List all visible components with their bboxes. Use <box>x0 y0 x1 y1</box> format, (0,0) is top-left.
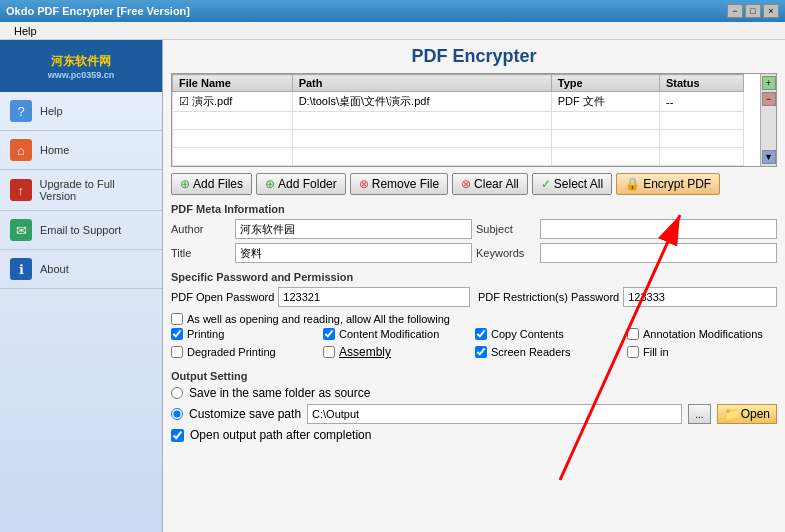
password-grid: PDF Open Password PDF Restriction(s) Pas… <box>171 287 777 307</box>
allow-all-checkbox[interactable] <box>171 313 183 325</box>
meta-section-title: PDF Meta Information <box>171 203 777 215</box>
encrypt-icon: 🔒 <box>625 177 640 191</box>
scroll-down-button[interactable]: ▼ <box>762 150 776 164</box>
col-type: Type <box>551 75 659 92</box>
printing-checkbox[interactable] <box>171 328 183 340</box>
table-scrollbar: + − ▼ <box>760 74 776 166</box>
password-section-title: Specific Password and Permission <box>171 271 777 283</box>
degraded-label: Degraded Printing <box>187 346 276 358</box>
annotation-mod-row: Annotation Modifications <box>627 328 777 340</box>
remove-file-button[interactable]: ⊗ Remove File <box>350 173 448 195</box>
file-table-scroll: File Name Path Type Status ☑ 演示.pdf D:\t… <box>172 74 776 166</box>
about-icon: ℹ <box>10 258 32 280</box>
open-label: Open <box>741 407 770 421</box>
table-row[interactable]: ☑ 演示.pdf D:\tools\桌面\文件\演示.pdf PDF 文件 -- <box>173 92 744 112</box>
restriction-password-input[interactable] <box>623 287 777 307</box>
fill-in-row: Fill in <box>627 345 777 359</box>
keywords-label: Keywords <box>476 247 536 259</box>
add-folder-button[interactable]: ⊕ Add Folder <box>256 173 346 195</box>
logo-line2: www.pc0359.cn <box>48 70 115 80</box>
screen-readers-checkbox[interactable] <box>475 346 487 358</box>
open-button[interactable]: 📁 Open <box>717 404 777 424</box>
sidebar-item-about[interactable]: ℹ About <box>0 250 162 289</box>
author-input[interactable] <box>235 219 472 239</box>
col-filename: File Name <box>173 75 293 92</box>
content-area: PDF Encrypter File Name Path Type Status <box>163 40 785 532</box>
same-folder-row: Save in the same folder as source <box>171 386 777 400</box>
maximize-button[interactable]: □ <box>745 4 761 18</box>
restriction-password-label: PDF Restriction(s) Password <box>478 291 619 303</box>
cell-status: -- <box>659 92 743 112</box>
file-table-wrapper: File Name Path Type Status ☑ 演示.pdf D:\t… <box>172 74 760 166</box>
assembly-label: Assembly <box>339 345 391 359</box>
browse-button[interactable]: ... <box>688 404 710 424</box>
add-folder-label: Add Folder <box>278 177 337 191</box>
subject-input[interactable] <box>540 219 777 239</box>
copy-contents-checkbox[interactable] <box>475 328 487 340</box>
email-icon: ✉ <box>10 219 32 241</box>
open-after-row: Open output path after completion <box>171 428 777 442</box>
fill-in-checkbox[interactable] <box>627 346 639 358</box>
file-table-container: File Name Path Type Status ☑ 演示.pdf D:\t… <box>171 73 777 167</box>
sidebar-label-email: Email to Support <box>40 224 121 236</box>
output-path-input[interactable] <box>307 404 682 424</box>
folder-icon: 📁 <box>724 407 739 421</box>
fill-in-label: Fill in <box>643 346 669 358</box>
col-status: Status <box>659 75 743 92</box>
copy-contents-label: Copy Contents <box>491 328 564 340</box>
minimize-button[interactable]: − <box>727 4 743 18</box>
col-path: Path <box>292 75 551 92</box>
clear-all-icon: ⊗ <box>461 177 471 191</box>
keywords-input[interactable] <box>540 243 777 263</box>
cell-filename: ☑ 演示.pdf <box>173 92 293 112</box>
author-label: Author <box>171 223 231 235</box>
content-mod-label: Content Modification <box>339 328 439 340</box>
content-mod-checkbox[interactable] <box>323 328 335 340</box>
select-all-label: Select All <box>554 177 603 191</box>
sidebar-item-home[interactable]: ⌂ Home <box>0 131 162 170</box>
meta-form: Author Subject Title Keywords <box>171 219 777 263</box>
scroll-remove-button[interactable]: − <box>762 92 776 106</box>
copy-contents-row: Copy Contents <box>475 328 625 340</box>
page-title: PDF Encrypter <box>171 46 777 67</box>
open-password-input[interactable] <box>278 287 470 307</box>
customize-radio[interactable] <box>171 408 183 420</box>
sidebar-item-upgrade[interactable]: ↑ Upgrade to Full Version <box>0 170 162 211</box>
close-button[interactable]: × <box>763 4 779 18</box>
add-files-button[interactable]: ⊕ Add Files <box>171 173 252 195</box>
degraded-checkbox[interactable] <box>171 346 183 358</box>
annotation-mod-label: Annotation Modifications <box>643 328 763 340</box>
sidebar-label-upgrade: Upgrade to Full Version <box>40 178 152 202</box>
remove-file-label: Remove File <box>372 177 439 191</box>
customize-path-row: Customize save path ... 📁 Open <box>171 404 777 424</box>
scroll-add-button[interactable]: + <box>762 76 776 90</box>
password-section: Specific Password and Permission PDF Ope… <box>171 271 777 362</box>
annotation-mod-checkbox[interactable] <box>627 328 639 340</box>
same-folder-radio[interactable] <box>171 387 183 399</box>
sidebar-item-help[interactable]: ? Help <box>0 92 162 131</box>
sidebar-item-email[interactable]: ✉ Email to Support <box>0 211 162 250</box>
add-files-label: Add Files <box>193 177 243 191</box>
output-section-title: Output Setting <box>171 370 777 382</box>
permission-grid: Printing Content Modification Copy Conte… <box>171 328 777 362</box>
restriction-password-row: PDF Restriction(s) Password <box>478 287 777 307</box>
open-after-label: Open output path after completion <box>190 428 371 442</box>
main-layout: 河东软件网 www.pc0359.cn ? Help ⌂ Home ↑ Upgr… <box>0 40 785 532</box>
encrypt-pdf-button[interactable]: 🔒 Encrypt PDF <box>616 173 720 195</box>
same-folder-label: Save in the same folder as source <box>189 386 370 400</box>
select-all-button[interactable]: ✓ Select All <box>532 173 612 195</box>
clear-all-button[interactable]: ⊗ Clear All <box>452 173 528 195</box>
assembly-checkbox[interactable] <box>323 346 335 358</box>
help-icon: ? <box>10 100 32 122</box>
open-password-row: PDF Open Password <box>171 287 470 307</box>
printing-row: Printing <box>171 328 321 340</box>
menu-help[interactable]: Help <box>6 25 45 37</box>
app-title: Okdo PDF Encrypter [Free Version] <box>6 5 190 17</box>
allow-all-label: As well as opening and reading, allow Al… <box>187 313 450 325</box>
open-after-checkbox[interactable] <box>171 429 184 442</box>
open-password-label: PDF Open Password <box>171 291 274 303</box>
customize-label: Customize save path <box>189 407 301 421</box>
upgrade-icon: ↑ <box>10 179 32 201</box>
title-input[interactable] <box>235 243 472 263</box>
assembly-row: Assembly <box>323 345 473 359</box>
